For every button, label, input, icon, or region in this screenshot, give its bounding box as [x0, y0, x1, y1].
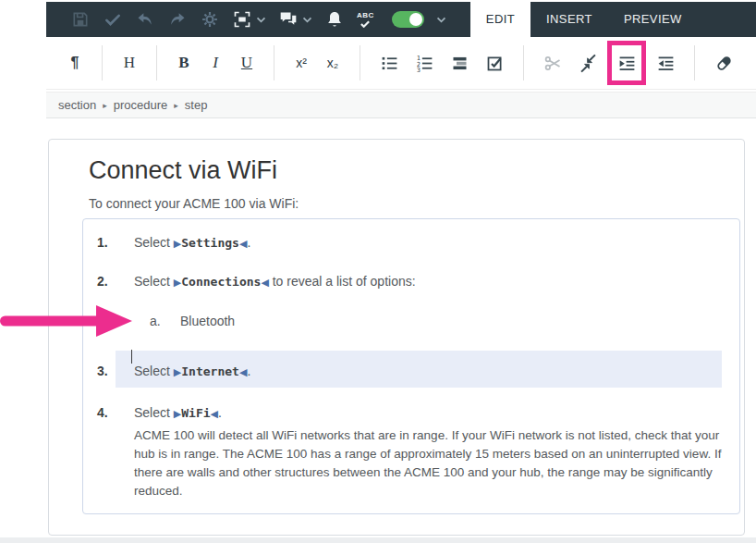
- step-text-post: to reveal a list of options:: [269, 274, 416, 289]
- step-text-post: .: [247, 364, 250, 378]
- fit-screen-icon[interactable]: [232, 9, 252, 30]
- guilabel-close-marker: ◀: [211, 408, 218, 419]
- subscript-button[interactable]: x₂: [319, 44, 347, 81]
- block-list-icon[interactable]: [445, 44, 473, 81]
- procedure-step-4: 4.Select ▶WiFi◀.: [97, 405, 222, 420]
- redo-icon[interactable]: [167, 9, 188, 30]
- step-text[interactable]: Select ▶WiFi◀.: [134, 405, 222, 420]
- underline-button[interactable]: U: [233, 44, 261, 81]
- paragraph-button[interactable]: ¶: [61, 44, 89, 81]
- annotation-highlight-box: [607, 41, 646, 85]
- procedure-box: 1.Select ▶Settings◀. 2.Select ▶Connectio…: [82, 218, 740, 514]
- superscript-button[interactable]: x²: [287, 44, 315, 81]
- intro-text[interactable]: To connect your ACME 100 via WiFi:: [89, 196, 299, 211]
- guilabel-text[interactable]: WiFi: [181, 406, 210, 420]
- mode-tabs: EDIT INSERT PREVIEW: [470, 1, 698, 39]
- guilabel-open-marker: ▶: [174, 408, 181, 419]
- chevron-down-icon[interactable]: [256, 17, 266, 23]
- top-toolbar: ABC EDIT INSERT PREVIEW: [46, 2, 756, 37]
- breadcrumb: section ▸ procedure ▸ step: [46, 92, 756, 118]
- guilabel-open-marker: ▶: [174, 366, 181, 377]
- breadcrumb-item-section[interactable]: section: [58, 98, 96, 112]
- spellcheck-toggle[interactable]: [392, 11, 424, 28]
- substep-text[interactable]: Bluetooth: [180, 314, 235, 328]
- bullet-list-icon[interactable]: [375, 44, 403, 81]
- substep-letter: a.: [150, 314, 180, 328]
- outdent-icon[interactable]: [652, 44, 679, 81]
- step-paragraph[interactable]: ACME 100 will detect all WiFi networks t…: [134, 426, 733, 500]
- guilabel-text[interactable]: Internet: [181, 364, 239, 378]
- procedure-substep-a: a.Bluetooth: [150, 314, 235, 328]
- step-text-pre: Select: [134, 364, 174, 378]
- procedure-step-1: 1.Select ▶Settings◀.: [97, 235, 250, 250]
- step-text-pre: Select: [134, 235, 174, 250]
- comments-icon[interactable]: [278, 9, 299, 30]
- page-title[interactable]: Connect via WiFi: [89, 156, 277, 185]
- document-page: Connect via WiFi To connect your ACME 10…: [48, 139, 745, 536]
- svg-text:3: 3: [416, 66, 420, 72]
- step-text-post: .: [247, 235, 250, 250]
- eraser-icon[interactable]: [710, 44, 738, 81]
- guilabel-close-marker: ◀: [261, 277, 268, 288]
- procedure-step-2: 2.Select ▶Connections◀ to reveal a list …: [97, 274, 416, 289]
- breadcrumb-item-procedure[interactable]: procedure: [114, 98, 168, 112]
- procedure-step-3: 3.Select ▶Internet◀.: [97, 364, 250, 378]
- formatting-toolbar: ¶ H B I U x² x₂ 123: [46, 37, 756, 90]
- step-number: 2.: [97, 274, 134, 289]
- spellcheck-label: ABC: [357, 12, 374, 19]
- step-number: 3.: [97, 364, 134, 378]
- toolbar-separator: [156, 45, 157, 80]
- tab-edit[interactable]: EDIT: [470, 1, 530, 39]
- guilabel-text[interactable]: Settings: [181, 236, 239, 250]
- numbered-list-icon[interactable]: 123: [410, 44, 438, 81]
- step-text-pre: Select: [134, 274, 174, 289]
- toolbar-separator: [523, 45, 524, 80]
- breadcrumb-separator: ▸: [174, 101, 178, 110]
- tab-preview[interactable]: PREVIEW: [608, 1, 698, 39]
- bell-icon[interactable]: [324, 9, 345, 30]
- spellcheck-icon[interactable]: ABC: [357, 12, 374, 28]
- heading-button[interactable]: H: [116, 44, 143, 81]
- guilabel-text[interactable]: Connections: [181, 275, 261, 289]
- save-icon[interactable]: [70, 9, 91, 30]
- tab-insert[interactable]: INSERT: [530, 1, 608, 39]
- step-number: 4.: [97, 405, 134, 420]
- step-number: 1.: [97, 235, 134, 250]
- italic-button[interactable]: I: [201, 44, 229, 81]
- toolbar-separator: [274, 45, 274, 80]
- text-cursor: [131, 350, 132, 364]
- check-icon[interactable]: [103, 9, 123, 30]
- chevron-down-icon[interactable]: [436, 17, 446, 23]
- checkbox-icon[interactable]: [481, 44, 508, 81]
- toolbar-separator: [102, 45, 103, 80]
- annotation-arrow: [0, 304, 134, 338]
- window-bottom-edge: [0, 537, 756, 543]
- step-text[interactable]: Select ▶Settings◀.: [134, 235, 250, 250]
- breadcrumb-item-step[interactable]: step: [185, 98, 208, 112]
- top-toolbar-icons: ABC: [70, 9, 446, 30]
- step-text-post: .: [218, 405, 222, 420]
- undo-icon[interactable]: [135, 9, 155, 30]
- toolbar-separator: [360, 45, 360, 80]
- bold-button[interactable]: B: [170, 44, 198, 81]
- merge-icon[interactable]: [574, 44, 602, 81]
- toolbar-separator: [694, 45, 695, 80]
- step-text-pre: Select: [134, 405, 174, 420]
- toggle-knob: [409, 13, 422, 26]
- guilabel-open-marker: ▶: [174, 277, 181, 288]
- step-text[interactable]: Select ▶Connections◀ to reveal a list of…: [134, 274, 416, 289]
- editor-window: ABC EDIT INSERT PREVIEW ¶ H B I U x² x₂ …: [0, 0, 756, 543]
- guilabel-open-marker: ▶: [174, 238, 181, 249]
- breadcrumb-separator: ▸: [103, 101, 107, 110]
- gear-icon[interactable]: [200, 9, 220, 30]
- indent-icon[interactable]: [612, 45, 641, 80]
- scissors-icon[interactable]: [539, 44, 567, 81]
- chevron-down-icon[interactable]: [302, 17, 312, 23]
- step-text[interactable]: Select ▶Internet◀.: [134, 364, 250, 378]
